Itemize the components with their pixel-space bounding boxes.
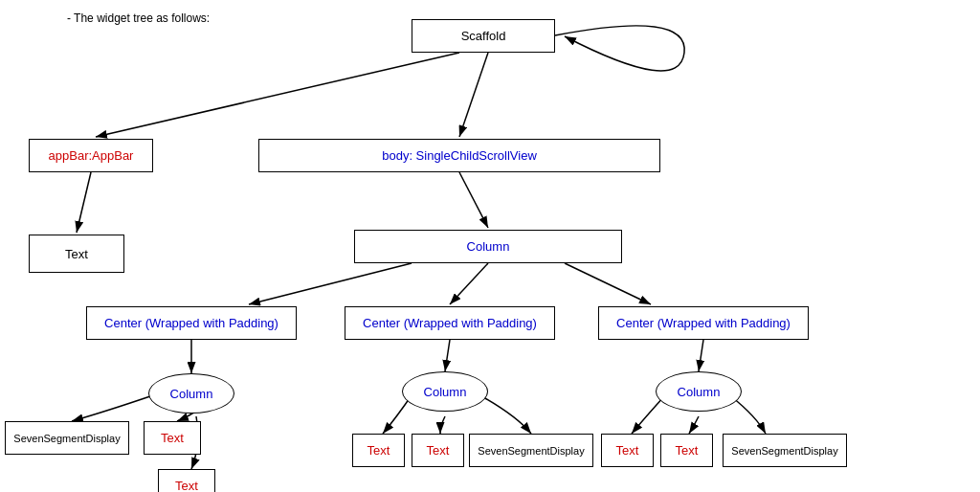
center2-node: Center (Wrapped with Padding) xyxy=(345,306,555,340)
text-c1-1-node: Text xyxy=(144,421,201,455)
text-c3-1-node: Text xyxy=(601,434,654,467)
sevenseg2-node: SevenSegmentDisplay xyxy=(469,434,593,467)
text-c2-1-node: Text xyxy=(352,434,405,467)
text-appbar-node: Text xyxy=(29,235,124,273)
svg-line-4 xyxy=(77,172,91,233)
text-c1-2-node: Text xyxy=(158,469,215,492)
column-ellipse1-node: Column xyxy=(148,373,234,414)
appbar-node: appBar:AppBar xyxy=(29,139,153,172)
svg-line-8 xyxy=(565,263,651,304)
singlechildscrollview-node: body: SingleChildScrollView xyxy=(258,139,660,172)
center3-node: Center (Wrapped with Padding) xyxy=(598,306,809,340)
svg-line-2 xyxy=(96,53,459,137)
text-c2-2-node: Text xyxy=(412,434,464,467)
svg-line-3 xyxy=(459,53,488,137)
column-ellipse3-node: Column xyxy=(656,371,742,412)
scaffold-node: Scaffold xyxy=(412,19,555,53)
svg-line-5 xyxy=(459,172,488,228)
text-c3-2-node: Text xyxy=(660,434,713,467)
svg-line-7 xyxy=(450,263,488,304)
column-main-node: Column xyxy=(354,230,622,263)
svg-line-11 xyxy=(699,340,703,371)
diagram-container: - The widget tree as follows: xyxy=(0,0,980,492)
column-ellipse2-node: Column xyxy=(402,371,488,412)
center1-node: Center (Wrapped with Padding) xyxy=(86,306,297,340)
svg-line-6 xyxy=(249,263,412,304)
intro-label: - The widget tree as follows: xyxy=(67,11,210,25)
svg-line-10 xyxy=(445,340,450,371)
sevenseg3-node: SevenSegmentDisplay xyxy=(723,434,847,467)
sevenseg1-node: SevenSegmentDisplay xyxy=(5,421,129,455)
